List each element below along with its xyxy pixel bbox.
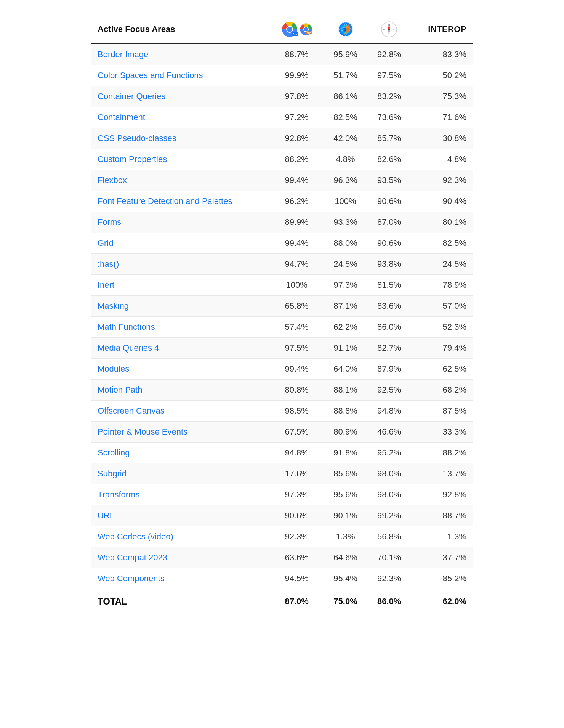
safari-value-cell: 85.7% [367,128,411,149]
interop-value-cell: 88.2% [411,443,473,463]
feature-name-cell[interactable]: Border Image [91,44,270,65]
feature-name-cell[interactable]: Container Queries [91,86,270,107]
interop-value-cell: 92.8% [411,484,473,505]
chrome-value-cell: 100% [270,275,324,296]
feature-name-cell[interactable]: Inert [91,275,270,296]
feature-name-cell[interactable]: Offscreen Canvas [91,401,270,422]
firefox-value-cell: 1.3% [324,526,367,547]
table-row: Media Queries 497.5%91.1%82.7%79.4% [91,338,473,359]
chrome-value-cell: 98.5% [270,401,324,422]
firefox-value-cell: 82.5% [324,107,367,128]
feature-name-cell[interactable]: Forms [91,212,270,233]
feature-name-cell[interactable]: Pointer & Mouse Events [91,422,270,443]
chrome-canary-icon: DEV [299,22,313,36]
firefox-value-cell: 97.3% [324,275,367,296]
safari-value-cell: 46.6% [367,422,411,443]
table-row: Border Image88.7%95.9%92.8%83.3% [91,44,473,65]
interop-value-cell: 92.3% [411,170,473,191]
table-row: Scrolling94.8%91.8%95.2%88.2% [91,443,473,463]
svg-point-3 [287,27,292,32]
table-row: Subgrid17.6%85.6%98.0%13.7% [91,463,473,484]
feature-name-cell[interactable]: Font Feature Detection and Palettes [91,191,270,212]
table-row: Motion Path80.8%88.1%92.5%68.2% [91,380,473,401]
safari-value-cell: 56.8% [367,526,411,547]
safari-value-cell: 99.2% [367,505,411,526]
feature-name-cell[interactable]: Color Spaces and Functions [91,65,270,86]
firefox-value-cell: 90.1% [324,505,367,526]
feature-name-cell[interactable]: Modules [91,359,270,380]
safari-value-cell: 87.9% [367,359,411,380]
feature-name-cell[interactable]: :has() [91,254,270,275]
chrome-value-cell: 80.8% [270,380,324,401]
chrome-value-cell: 94.8% [270,443,324,463]
focus-areas-table: Active Focus Areas [91,15,473,614]
interop-value-cell: 83.3% [411,44,473,65]
safari-value-cell: 86.0% [367,317,411,338]
interop-value-cell: 79.4% [411,338,473,359]
chrome-value-cell: 96.2% [270,191,324,212]
chrome-value-cell: 65.8% [270,296,324,317]
interop-value-cell: 62.5% [411,359,473,380]
feature-name-cell[interactable]: Custom Properties [91,149,270,170]
table-row: Font Feature Detection and Palettes96.2%… [91,191,473,212]
svg-text:W: W [383,28,385,30]
feature-name-cell[interactable]: Flexbox [91,170,270,191]
feature-name-cell[interactable]: Web Compat 2023 [91,547,270,568]
firefox-value-cell: 95.6% [324,484,367,505]
feature-name-cell[interactable]: Scrolling [91,443,270,463]
interop-value-cell: 1.3% [411,526,473,547]
feature-name-cell[interactable]: Transforms [91,484,270,505]
header-safari: N S W E [367,15,411,44]
table-row: Flexbox99.4%96.3%93.5%92.3% [91,170,473,191]
interop-value-cell: 80.1% [411,212,473,233]
chrome-value-cell: 90.6% [270,505,324,526]
table-row: Color Spaces and Functions99.9%51.7%97.5… [91,65,473,86]
svg-text:Dev: Dev [292,33,297,35]
firefox-value-cell: 86.1% [324,86,367,107]
feature-name-cell[interactable]: Web Components [91,568,270,589]
interop-value-cell: 90.4% [411,191,473,212]
feature-name-cell[interactable]: Masking [91,296,270,317]
svg-point-9 [304,27,308,32]
safari-value-cell: 70.1% [367,547,411,568]
table-row: URL90.6%90.1%99.2%88.7% [91,505,473,526]
table-row: Grid99.4%88.0%90.6%82.5% [91,233,473,254]
firefox-value-cell: 80.9% [324,422,367,443]
safari-icon: N S W E [380,21,398,38]
interop-value-cell: 87.5% [411,401,473,422]
interop-value-cell: 85.2% [411,568,473,589]
feature-name-cell[interactable]: Math Functions [91,317,270,338]
firefox-value-cell: 88.0% [324,233,367,254]
safari-value-cell: 87.0% [367,212,411,233]
feature-name-cell[interactable]: Subgrid [91,463,270,484]
firefox-value-cell: 87.1% [324,296,367,317]
feature-name-cell[interactable]: Grid [91,233,270,254]
firefox-value-cell: 100% [324,191,367,212]
table-row: Custom Properties88.2%4.8%82.6%4.8% [91,149,473,170]
interop-value-cell: 4.8% [411,149,473,170]
interop-value-cell: 24.5% [411,254,473,275]
safari-value-cell: 90.6% [367,191,411,212]
chrome-value-cell: 99.4% [270,233,324,254]
chrome-value-cell: 97.5% [270,338,324,359]
table-row: Modules99.4%64.0%87.9%62.5% [91,359,473,380]
firefox-value-cell: 64.0% [324,359,367,380]
firefox-value-cell: 42.0% [324,128,367,149]
feature-name-cell[interactable]: Containment [91,107,270,128]
feature-name-cell[interactable]: Motion Path [91,380,270,401]
firefox-icon [337,21,354,38]
table-row: Masking65.8%87.1%83.6%57.0% [91,296,473,317]
table-row: Inert100%97.3%81.5%78.9% [91,275,473,296]
feature-name-cell[interactable]: URL [91,505,270,526]
interop-value-cell: 50.2% [411,65,473,86]
chrome-value-cell: 99.9% [270,65,324,86]
feature-name-cell[interactable]: CSS Pseudo-classes [91,128,270,149]
safari-value-cell: 93.5% [367,170,411,191]
chrome-value-cell: 97.2% [270,107,324,128]
safari-value-cell: 81.5% [367,275,411,296]
feature-name-cell[interactable]: Media Queries 4 [91,338,270,359]
table-row: Container Queries97.8%86.1%83.2%75.3% [91,86,473,107]
chrome-browser-icons: Dev [276,21,317,38]
table-row: Containment97.2%82.5%73.6%71.6% [91,107,473,128]
feature-name-cell[interactable]: Web Codecs (video) [91,526,270,547]
